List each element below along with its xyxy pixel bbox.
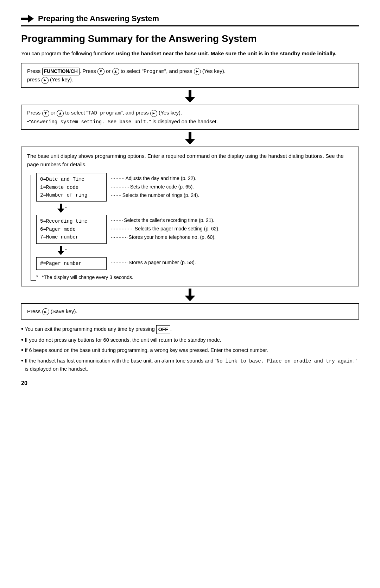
bullet-4: • — [21, 357, 23, 365]
arrow-right-icon — [21, 15, 34, 23]
step3-box: The base unit display shows programming … — [21, 147, 359, 286]
display-box2-line3: 7=Home number — [40, 233, 103, 241]
note-3: • If 6 beeps sound on the base unit duri… — [21, 346, 359, 354]
svg-rect-8 — [60, 246, 62, 252]
step2-nav-right: ► — [150, 110, 157, 117]
svg-rect-6 — [60, 204, 62, 209]
descriptions-1: ········· Adjusts the day and time (p. 2… — [110, 173, 199, 199]
step2-nav-up: ▲ — [57, 110, 64, 117]
svg-rect-0 — [21, 18, 29, 20]
svg-rect-4 — [189, 132, 191, 140]
desc3-line1: ··········· Stores a pager number (p. 58… — [110, 259, 196, 267]
step2-prefix: Press — [27, 110, 42, 116]
note4-normal: If the handset has lost communication wi… — [25, 358, 216, 364]
svg-marker-1 — [28, 15, 34, 23]
step2-nav-down: ▼ — [42, 110, 49, 117]
note-2: • If you do not press any buttons for 60… — [21, 336, 359, 344]
nav-up-button: ▲ — [112, 68, 119, 75]
desc1-line3: ······· Selects the number of rings (p. … — [110, 191, 199, 200]
step1-suffix1: to select " — [119, 68, 144, 74]
page-number: 20 — [21, 380, 359, 386]
step4-nav-right: ► — [42, 308, 49, 315]
step2-box: Press ▼ or ▲ to select "TAD program", an… — [21, 105, 359, 130]
step2-or: or — [49, 110, 57, 116]
intro-bold: using the handset near the base unit. Ma… — [116, 50, 337, 56]
step1-middle: . Press — [80, 68, 97, 74]
bottom-notes: • You can exit the programming mode any … — [21, 325, 359, 373]
svg-marker-9 — [57, 251, 64, 255]
star-note-text: *The display will change every 3 seconds… — [42, 273, 133, 281]
desc2-line3: ··········· Stores your home telephone n… — [110, 233, 220, 242]
note-2-text: If you do not press any buttons for 60 s… — [25, 336, 359, 344]
star-1: * — [65, 205, 67, 212]
note-4: • If the handset has lost communication … — [21, 357, 359, 373]
page-header: Preparing the Answering System — [21, 14, 359, 23]
note1-end: . — [170, 326, 172, 332]
svg-marker-11 — [185, 296, 195, 301]
page-title: Programming Summary for the Answering Sy… — [21, 33, 359, 45]
note-1-text: You can exit the programming mode any ti… — [25, 325, 359, 334]
step1-suffix2: ", and press — [164, 68, 194, 74]
arrow-down-1 — [21, 90, 359, 103]
header-title: Preparing the Answering System — [38, 14, 159, 23]
step4-box: Press ► (Save key). — [21, 303, 359, 320]
intro-normal: You can program the following functions — [21, 50, 116, 56]
nav-down-button: ▼ — [97, 68, 104, 75]
bullet-3: • — [21, 346, 23, 354]
step1-code: Program — [144, 69, 164, 74]
bullet-1: • — [21, 325, 23, 333]
display-box-1: 0=Date and Time 1=Remote code 2=Number o… — [36, 173, 107, 202]
arrow-down-2 — [21, 132, 359, 144]
note-1: • You can exit the programming mode any … — [21, 325, 359, 334]
svg-rect-10 — [189, 289, 191, 296]
note4-code: No link to base. Place on cradle and try… — [217, 358, 356, 364]
function-ch-button: FUNCTION/CH — [42, 68, 80, 75]
descriptions-3: ··········· Stores a pager number (p. 58… — [110, 257, 196, 267]
step1-yes: (Yes key). — [201, 68, 226, 74]
step1-prefix: Press — [27, 68, 42, 74]
header-rule — [21, 25, 359, 26]
note-4-text: If the handset has lost communication wi… — [25, 357, 359, 373]
svg-marker-3 — [185, 97, 195, 103]
display-box1-line3: 2=Number of ring — [40, 191, 103, 199]
step2-suffix2: ", and press — [121, 110, 150, 116]
display-box1-line2: 1=Remote code — [40, 184, 103, 191]
svg-marker-7 — [57, 209, 64, 213]
step1-line2-prefix: press — [27, 76, 42, 82]
display-box3-line1: #=Pager number — [40, 260, 103, 267]
star-left-3: * — [36, 273, 42, 281]
display-box2-line2: 6=Pager mode — [40, 225, 103, 233]
intro-text: You can program the following functions … — [21, 50, 359, 58]
display-box1-line1: 0=Date and Time — [40, 175, 103, 183]
svg-rect-2 — [189, 90, 191, 98]
step1-or: or — [104, 68, 112, 74]
step2-bullet-end: " is displayed on the handset. — [149, 118, 218, 124]
step2-bullet-code: Answering system setting. See base unit. — [31, 119, 149, 125]
step1-line2-suffix: (Yes key). — [49, 76, 73, 82]
star-2: * — [65, 247, 67, 254]
step2-suffix1: to select " — [64, 110, 88, 116]
step4-prefix: Press — [27, 308, 42, 314]
desc1-line1: ········· Adjusts the day and time (p. 2… — [110, 174, 199, 183]
step2-code: TAD program — [88, 110, 121, 116]
note1-normal: You can exit the programming mode any ti… — [25, 326, 156, 332]
step1-box: Press FUNCTION/CH. Press ▼ or ▲ to selec… — [21, 63, 359, 88]
desc2-line1: ········ Selects the caller's recording … — [110, 216, 220, 225]
display-box2-line1: 5=Recording time — [40, 217, 103, 225]
off-button: OFF — [156, 325, 170, 334]
nav-right-button-step1: ► — [194, 68, 201, 75]
arrow-down-3 — [21, 289, 359, 301]
step2-bullet-dot: •" — [27, 118, 31, 124]
svg-marker-5 — [185, 139, 195, 144]
step3-intro: The base unit display shows programming … — [27, 152, 353, 169]
descriptions-2: ········ Selects the caller's recording … — [110, 215, 220, 241]
inner-arrow-2 — [57, 246, 64, 255]
step4-text: (Save key). — [49, 308, 77, 314]
bullet-2: • — [21, 336, 23, 344]
desc1-line2: ············ Sets the remote code (p. 65… — [110, 183, 199, 191]
display-box-2: 5=Recording time 6=Pager mode 7=Home num… — [36, 215, 107, 243]
nav-right-button-step1b: ► — [42, 77, 49, 84]
desc2-line2: ··············· Selects the pager mode s… — [110, 225, 220, 233]
note-3-text: If 6 beeps sound on the base unit during… — [25, 346, 359, 354]
inner-arrow-1 — [57, 204, 64, 213]
